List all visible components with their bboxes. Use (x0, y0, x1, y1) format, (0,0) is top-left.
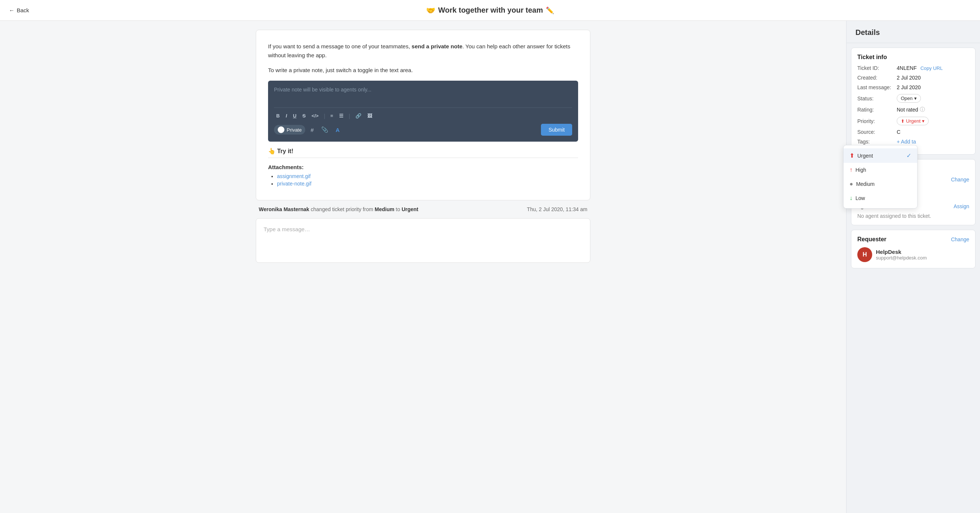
right-sidebar: Details Ticket info Ticket ID: 4NLENF Co… (846, 21, 980, 513)
private-label: Private (286, 127, 302, 133)
assign-button[interactable]: Assign (954, 203, 969, 209)
tags-label: Tags: (858, 139, 894, 145)
submit-button[interactable]: Submit (541, 124, 572, 136)
try-it-heading: 👆 Try it! (268, 148, 578, 155)
ticket-id-row: Ticket ID: 4NLENF Copy URL (858, 65, 969, 71)
priority-badge[interactable]: ⬆ Urgent ▾ (897, 117, 929, 125)
code-button[interactable]: </> (309, 111, 321, 120)
activity-to: Urgent (401, 206, 418, 212)
high-icon: ↑ (850, 167, 853, 173)
text-color-button[interactable]: A (334, 125, 342, 135)
requester-section: Requester Change H HelpDesk support@help… (851, 230, 975, 268)
last-message-value: 2 Jul 2020 (897, 84, 921, 91)
team-change-button[interactable]: Change (951, 176, 969, 183)
back-arrow-icon: ← (9, 7, 14, 13)
ticket-id-label: Ticket ID: (858, 65, 894, 71)
add-tag-button[interactable]: + Add ta (897, 139, 916, 145)
activity-to-word: to (396, 206, 402, 212)
image-button[interactable]: 🖼 (365, 111, 374, 120)
intro-paragraph-2: To write a private note, just switch a t… (268, 66, 578, 75)
source-row: Source: C (858, 129, 969, 135)
priority-value: Urgent (906, 118, 921, 124)
private-note-editor[interactable]: Private note will be visible to agents o… (268, 81, 578, 141)
bold-button[interactable]: B (274, 111, 282, 120)
priority-row: Priority: ⬆ Urgent ▾ (858, 117, 969, 125)
attachment-button[interactable]: 📎 (319, 125, 331, 135)
ticket-info-title: Ticket info (858, 54, 969, 60)
center-content: If you want to send a message to one of … (0, 21, 846, 513)
urgent-label: Urgent (858, 153, 873, 159)
activity-action: changed ticket priority from (311, 206, 375, 212)
attachment-link-2[interactable]: private-note.gif (277, 181, 312, 187)
requester-email: support@helpdesk.com (876, 255, 927, 260)
message-input-card[interactable]: Type a message… (256, 218, 590, 263)
strikethrough-button[interactable]: S (300, 111, 308, 120)
intro-paragraph-1: If you want to send a message to one of … (268, 42, 578, 60)
status-badge[interactable]: Open ▾ (897, 94, 921, 103)
created-row: Created: 2 Jul 2020 (858, 75, 969, 81)
dropdown-item-high[interactable]: ↑ High (846, 163, 917, 177)
divider (268, 157, 578, 158)
medium-icon: ● (850, 181, 853, 187)
top-bar: ← Back 🤝 Work together with your team ✏️ (0, 0, 980, 21)
italic-button[interactable]: I (283, 111, 289, 120)
tags-row: Tags: + Add ta (858, 139, 969, 145)
private-toggle[interactable]: Private (274, 125, 305, 135)
last-message-row: Last message: 2 Jul 2020 (858, 84, 969, 91)
no-agent-message: No agent assigned to this ticket. (858, 213, 931, 219)
requester-avatar: H (858, 247, 872, 262)
info-icon: ⓘ (920, 106, 925, 113)
title-text: Work together with your team (438, 6, 543, 14)
intro-text-3: To write a private note, just switch a t… (268, 67, 413, 73)
dropdown-item-low[interactable]: ↓ Low (846, 191, 917, 205)
low-icon: ↓ (850, 195, 853, 202)
priority-up-icon: ⬆ (901, 119, 905, 124)
status-label: Status: (858, 95, 894, 102)
low-label: Low (856, 195, 865, 201)
toolbar-separator-2: | (349, 113, 350, 119)
main-layout: If you want to send a message to one of … (0, 21, 980, 513)
ordered-list-button[interactable]: ≡ (328, 111, 336, 120)
status-row: Status: Open ▾ (858, 94, 969, 103)
check-icon: ✓ (907, 152, 911, 159)
attachments-list: assignment.gif private-note.gif (268, 173, 578, 187)
priority-dropdown: ⬆ Urgent ✓ ↑ High ● Medium ↓ (846, 145, 918, 208)
ticket-id-value: 4NLENF (897, 65, 917, 71)
rating-row: Rating: Not rated ⓘ (858, 106, 969, 113)
link-button[interactable]: 🔗 (353, 111, 364, 120)
requester-details: HelpDesk support@helpdesk.com (876, 249, 927, 260)
rating-label: Rating: (858, 107, 894, 113)
page-title: 🤝 Work together with your team ✏️ (426, 6, 554, 15)
source-label: Source: (858, 129, 894, 135)
activity-actor: Weronika Masternak (259, 206, 309, 212)
editor-placeholder: Private note will be visible to agents o… (274, 87, 572, 92)
ticket-info-section: Ticket info Ticket ID: 4NLENF Copy URL C… (851, 48, 975, 155)
attachment-link-1[interactable]: assignment.gif (277, 173, 310, 179)
source-value: C (897, 129, 900, 135)
toggle-dot (278, 126, 285, 133)
status-value: Open (901, 95, 913, 101)
rating-info: Not rated ⓘ (897, 106, 925, 113)
status-chevron-icon: ▾ (914, 95, 917, 101)
last-message-label: Last message: (858, 84, 894, 91)
list-item: private-note.gif (277, 181, 578, 187)
dropdown-item-medium[interactable]: ● Medium (846, 177, 917, 191)
requester-title: Requester (858, 236, 886, 243)
underline-button[interactable]: U (291, 111, 299, 120)
sidebar-title: Details (846, 21, 980, 43)
copy-url-button[interactable]: Copy URL (921, 65, 943, 71)
hashtag-button[interactable]: # (308, 125, 316, 135)
created-value: 2 Jul 2020 (897, 75, 921, 81)
edit-icon[interactable]: ✏️ (546, 6, 554, 14)
back-label: Back (17, 7, 29, 13)
list-item: assignment.gif (277, 173, 578, 179)
content-card: If you want to send a message to one of … (256, 30, 590, 200)
medium-label: Medium (856, 181, 875, 187)
requester-change-button[interactable]: Change (951, 237, 969, 242)
back-button[interactable]: ← Back (9, 7, 29, 13)
priority-label: Priority: (858, 118, 894, 124)
high-label: High (856, 167, 866, 173)
dropdown-item-urgent[interactable]: ⬆ Urgent ✓ (846, 148, 917, 163)
unordered-list-button[interactable]: ☰ (337, 111, 346, 120)
urgent-icon: ⬆ (850, 152, 854, 159)
